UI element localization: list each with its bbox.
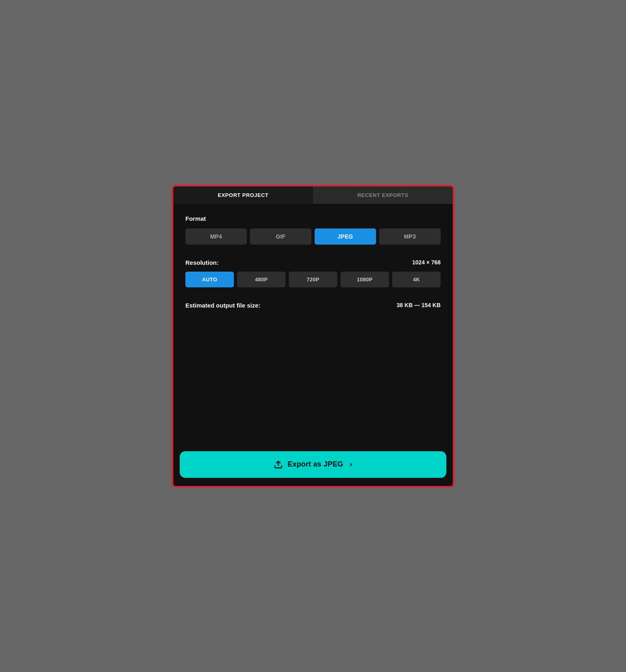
resolution-current-value: 1024 × 768 [412,259,441,266]
resolution-header: Resolution: 1024 × 768 [185,259,441,266]
format-button-group: MP4 GIF JPEG MP3 [185,228,441,245]
res-btn-1080p[interactable]: 1080p [340,272,389,287]
res-btn-4k[interactable]: 4K [392,272,441,287]
tab-export-project[interactable]: EXPORT PROJECT [173,186,313,204]
format-btn-mp4[interactable]: MP4 [185,228,247,245]
format-btn-gif[interactable]: GIF [250,228,311,245]
file-size-label: Estimated output file size: [185,302,260,309]
export-button-label: Export as JPEG [288,460,343,469]
tab-bar: EXPORT PROJECT RECENT EXPORTS [173,186,453,204]
file-size-section: Estimated output file size: 38 KB — 154 … [185,302,441,309]
format-btn-jpeg[interactable]: JPEG [315,228,376,245]
format-btn-mp3[interactable]: MP3 [379,228,441,245]
res-btn-720p[interactable]: 720p [289,272,337,287]
format-section: Format MP4 GIF JPEG MP3 [185,215,441,259]
format-label: Format [185,215,441,222]
tab-recent-exports[interactable]: RECENT EXPORTS [313,186,453,204]
main-content: Format MP4 GIF JPEG MP3 Resolution: 1024… [173,204,453,446]
resolution-label: Resolution: [185,259,219,266]
chevron-right-icon: › [350,460,352,469]
res-btn-480p[interactable]: 480p [237,272,286,287]
res-btn-auto[interactable]: AUTO [185,272,234,287]
resolution-button-group: AUTO 480p 720p 1080p 4K [185,272,441,287]
export-button-container: Export as JPEG › [173,446,453,486]
upload-icon [274,460,283,469]
resolution-section: Resolution: 1024 × 768 AUTO 480p 720p 10… [185,259,441,302]
export-button[interactable]: Export as JPEG › [180,451,446,478]
app-container: EXPORT PROJECT RECENT EXPORTS Format MP4… [172,185,454,488]
content-spacer [185,309,441,435]
file-size-value: 38 KB — 154 KB [397,302,441,308]
